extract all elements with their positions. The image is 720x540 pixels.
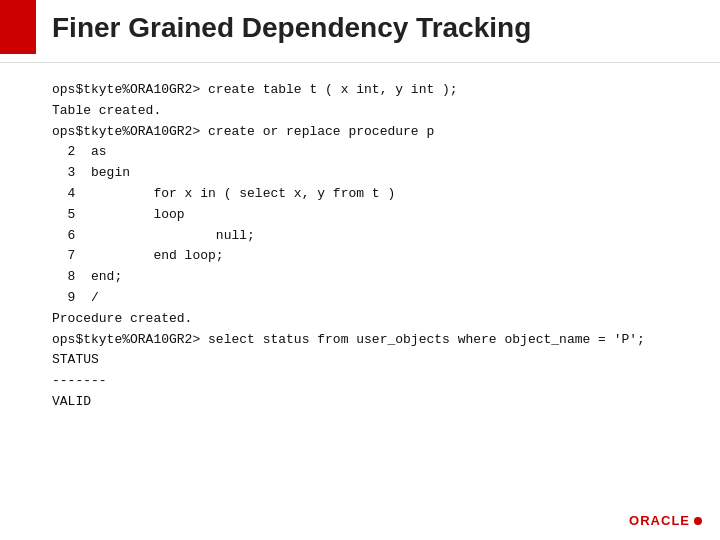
code-content: ops$tkyte%ORA10GR2> create table t ( x i… bbox=[52, 80, 700, 413]
code-line-12: Procedure created. bbox=[52, 309, 700, 330]
code-line-7: 5 loop bbox=[52, 205, 700, 226]
code-line-15: ------- bbox=[52, 371, 700, 392]
title-divider bbox=[0, 62, 720, 63]
code-line-4: 2 as bbox=[52, 142, 700, 163]
code-line-6: 4 for x in ( select x, y from t ) bbox=[52, 184, 700, 205]
code-line-9: 7 end loop; bbox=[52, 246, 700, 267]
red-bar-decoration bbox=[0, 0, 36, 54]
code-line-5: 3 begin bbox=[52, 163, 700, 184]
code-line-1: ops$tkyte%ORA10GR2> create table t ( x i… bbox=[52, 80, 700, 101]
code-line-3: ops$tkyte%ORA10GR2> create or replace pr… bbox=[52, 122, 700, 143]
slide: Finer Grained Dependency Tracking ops$tk… bbox=[0, 0, 720, 540]
code-line-10: 8 end; bbox=[52, 267, 700, 288]
oracle-logo: ORACLE bbox=[629, 513, 702, 528]
code-line-8: 6 null; bbox=[52, 226, 700, 247]
code-line-11: 9 / bbox=[52, 288, 700, 309]
slide-title: Finer Grained Dependency Tracking bbox=[52, 12, 531, 44]
code-line-14: STATUS bbox=[52, 350, 700, 371]
code-line-13: ops$tkyte%ORA10GR2> select status from u… bbox=[52, 330, 700, 351]
code-line-2: Table created. bbox=[52, 101, 700, 122]
code-line-16: VALID bbox=[52, 392, 700, 413]
oracle-logo-text: ORACLE bbox=[629, 513, 690, 528]
oracle-logo-dot bbox=[694, 517, 702, 525]
